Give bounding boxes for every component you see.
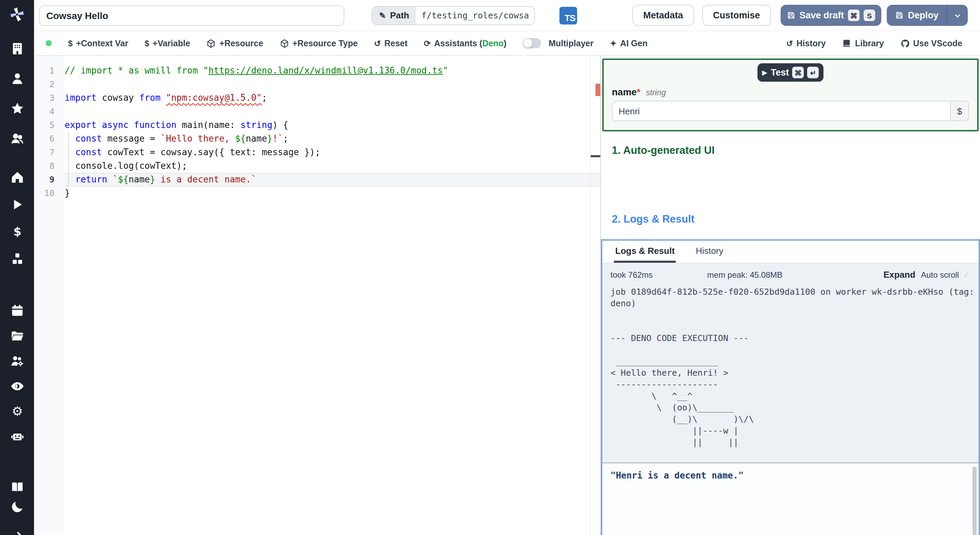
building-icon[interactable]: [10, 41, 24, 56]
typescript-badge: TS: [560, 6, 578, 24]
multiplayer-label: Multiplayer: [549, 38, 593, 48]
book-icon[interactable]: [10, 479, 24, 494]
assistants-lang: Deno: [482, 38, 504, 48]
pencil-icon: ✎: [379, 11, 386, 20]
error-marker: [595, 84, 600, 96]
users-icon[interactable]: [10, 131, 24, 146]
code-line-4: [65, 105, 600, 118]
save-draft-label: Save draft: [799, 10, 844, 21]
auto-scroll-toggle[interactable]: Auto scroll: [921, 270, 959, 280]
code-line-9: return `${name} is a decent name.`: [65, 173, 600, 186]
user-icon[interactable]: [10, 71, 24, 86]
library-button[interactable]: Library: [842, 38, 884, 48]
svg-text:⚙: ⚙: [11, 404, 23, 418]
line-number: 5: [34, 118, 65, 132]
eye-icon[interactable]: [10, 379, 24, 393]
deploy-split-button[interactable]: Deploy: [887, 5, 968, 26]
robot-icon[interactable]: [10, 429, 24, 444]
code-line-10: }: [65, 186, 600, 200]
calendar-icon[interactable]: [10, 303, 24, 318]
deploy-button[interactable]: Deploy: [887, 5, 947, 26]
panel-scrollbar[interactable]: [972, 467, 977, 535]
tab-history[interactable]: History: [695, 241, 725, 263]
deploy-label: Deploy: [908, 10, 939, 21]
ai-gen-button[interactable]: ✦ AI Gen: [610, 38, 648, 48]
dollar-icon[interactable]: $: [10, 224, 24, 239]
expand-button[interactable]: Expand: [883, 269, 915, 280]
code-line-8: console.log(cowText);: [65, 159, 600, 173]
refresh-icon: ⟳: [424, 38, 431, 48]
name-arg-input[interactable]: [612, 102, 950, 121]
add-resource-type-button[interactable]: +Resource Type: [279, 38, 358, 48]
add-context-var-button[interactable]: $ +Context Var: [68, 38, 128, 48]
line-number-gutter: 12345678910: [34, 56, 65, 535]
line-number: 1: [34, 64, 65, 78]
code-line-7: const cowText = cowsay.say({ text: messa…: [65, 146, 600, 159]
line-number: 3: [34, 91, 65, 105]
script-name-input[interactable]: [39, 5, 344, 25]
check-icon[interactable]: ✓: [963, 269, 970, 280]
dollar-icon: $: [145, 38, 149, 48]
line-number: 10: [34, 186, 65, 200]
gear-icon[interactable]: ⚙: [10, 404, 24, 419]
wand-icon: ✦: [610, 38, 617, 48]
sidebar-nav-admin: ⚙: [10, 303, 24, 444]
path-value: f/testing_roles/cowsa: [416, 6, 534, 24]
moon-icon[interactable]: [10, 499, 24, 514]
tab-logs-result[interactable]: Logs & Result: [614, 241, 676, 263]
mem-peak-stat: mem peak: 45.08MB: [707, 270, 782, 280]
assistants-button[interactable]: ⟳ Assistants (Deno): [424, 38, 507, 48]
kbd-enter: ↵: [807, 67, 819, 78]
line-number: 6: [34, 132, 65, 146]
star-icon[interactable]: [10, 101, 24, 116]
windmill-logo-icon[interactable]: [7, 5, 27, 23]
field-type: string: [646, 88, 666, 97]
arrow-right-icon[interactable]: [10, 528, 24, 535]
add-resource-button[interactable]: +Resource: [207, 38, 263, 48]
book-icon: [842, 38, 852, 48]
customise-button[interactable]: Customise: [702, 5, 771, 26]
users-gear-icon[interactable]: [10, 353, 24, 368]
code-editor[interactable]: 12345678910 // import * as wmill from "h…: [34, 56, 600, 535]
topbar: ✎ Path f/testing_roles/cowsa TS Metadata…: [34, 0, 980, 31]
section-auto-generated-ui: 1. Auto-generated UI: [612, 144, 980, 156]
kbd-cmd: ⌘: [848, 10, 859, 21]
code-lines: // import * as wmill from "https://deno.…: [65, 56, 600, 200]
results-tabs: Logs & Result History: [602, 241, 978, 263]
deploy-dropdown-button[interactable]: [947, 5, 968, 26]
reset-icon: ↺: [374, 38, 381, 48]
main-column: ✎ Path f/testing_roles/cowsa TS Metadata…: [34, 0, 980, 535]
add-variable-button[interactable]: $ +Variable: [145, 38, 190, 48]
play-icon[interactable]: [10, 197, 24, 212]
required-asterisk: *: [637, 86, 640, 97]
metadata-button[interactable]: Metadata: [632, 5, 694, 26]
save-icon: [895, 11, 904, 20]
kbd-cmd: ⌘: [792, 67, 804, 78]
history-button[interactable]: ↺ History: [786, 38, 826, 48]
dollar-icon: $: [68, 38, 73, 48]
multiplayer-toggle[interactable]: [523, 38, 541, 48]
path-control[interactable]: ✎ Path f/testing_roles/cowsa: [372, 6, 535, 25]
line-number: 8: [34, 159, 65, 173]
overview-ruler: [590, 56, 591, 535]
log-area: took 762ms mem peak: 45.08MB Expand Auto…: [602, 263, 978, 462]
home-icon[interactable]: [10, 169, 24, 185]
path-label: Path: [390, 10, 409, 21]
play-icon: ▶: [762, 69, 767, 76]
save-draft-button[interactable]: Save draft ⌘ S: [780, 5, 881, 26]
status-dot: [46, 40, 52, 46]
results-panel: Logs & Result History took 762ms mem pea…: [601, 239, 980, 535]
section-logs-result: 2. Logs & Result: [612, 213, 980, 225]
use-vscode-button[interactable]: Use VScode: [900, 38, 962, 48]
insert-variable-button[interactable]: $: [950, 102, 969, 121]
folder-icon[interactable]: [10, 328, 24, 343]
code-line-3: import cowsay from "npm:cowsay@1.5.0";: [65, 91, 600, 105]
path-edit-button[interactable]: ✎ Path: [372, 6, 416, 24]
took-stat: took 762ms: [611, 270, 653, 280]
cubes-icon[interactable]: [10, 251, 24, 266]
test-button[interactable]: ▶ Test ⌘ ↵: [757, 63, 824, 82]
reset-button[interactable]: ↺ Reset: [374, 38, 407, 48]
app-root: $ ⚙ ✎ Path f/testing_roles/cowsa TS Meta…: [0, 0, 980, 535]
github-icon: [900, 38, 910, 48]
chevron-down-icon: [953, 11, 962, 19]
